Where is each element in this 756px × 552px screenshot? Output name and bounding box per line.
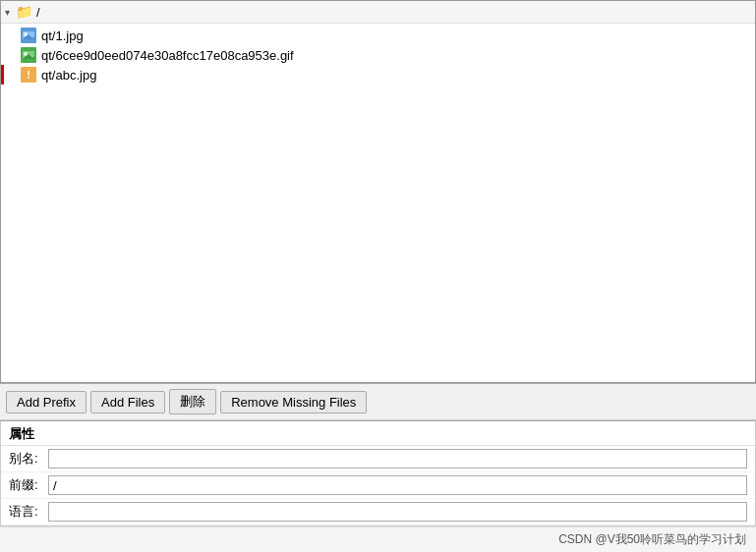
gif-icon (21, 47, 36, 63)
svg-text:!: ! (27, 69, 30, 81)
file-tree-container: ▾ 📁 / qt/1.jpg (0, 0, 756, 383)
prefix-field[interactable] (48, 475, 747, 495)
delete-button[interactable]: 删除 (169, 389, 216, 414)
language-label: 语言: (9, 503, 44, 521)
folder-icon: 📁 (16, 4, 32, 20)
tree-item[interactable]: qt/1.jpg (1, 26, 755, 45)
toolbar: Add Prefix Add Files 删除 Remove Missing F… (0, 383, 756, 420)
footer: CSDN @V我50聆听菜鸟的学习计划 (0, 526, 756, 552)
tree-root-label: / (36, 5, 40, 20)
warn-icon: ! (21, 67, 36, 83)
tree-content: qt/1.jpg qt/6cee9d0eed074e30a8fcc17e08ca… (1, 24, 755, 86)
alias-label: 别名: (9, 450, 44, 468)
tree-item-label: qt/abc.jpg (41, 68, 96, 83)
add-files-button[interactable]: Add Files (90, 391, 165, 414)
alias-row: 别名: (1, 446, 755, 472)
tree-item-label: qt/6cee9d0eed074e30a8fcc17e08ca953e.gif (41, 48, 294, 63)
language-field[interactable] (48, 502, 747, 522)
footer-text: CSDN @V我50聆听菜鸟的学习计划 (558, 531, 746, 548)
prefix-row: 前缀: (1, 472, 755, 499)
tree-item-warning[interactable]: ! qt/abc.jpg (1, 65, 755, 84)
alias-field[interactable] (48, 449, 747, 469)
tree-item-label: qt/1.jpg (41, 28, 84, 43)
tree-root-header[interactable]: ▾ 📁 / (1, 1, 755, 24)
add-prefix-button[interactable]: Add Prefix (6, 391, 87, 414)
prefix-label: 前缀: (9, 476, 44, 494)
remove-missing-files-button[interactable]: Remove Missing Files (220, 391, 367, 414)
tree-item[interactable]: qt/6cee9d0eed074e30a8fcc17e08ca953e.gif (1, 45, 755, 65)
properties-section: 属性 别名: 前缀: 语言: (0, 420, 756, 526)
properties-header: 属性 (1, 421, 755, 446)
language-row: 语言: (1, 499, 755, 525)
jpg-icon (21, 28, 36, 43)
chevron-icon: ▾ (5, 7, 10, 18)
